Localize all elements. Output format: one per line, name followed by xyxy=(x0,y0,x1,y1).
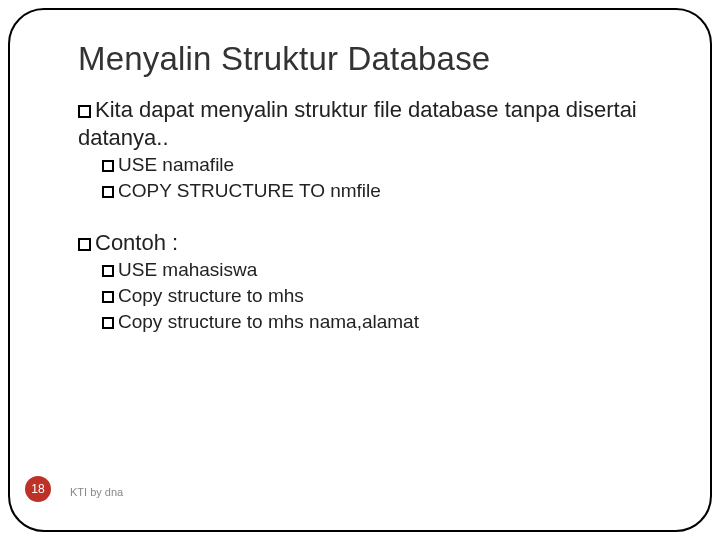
bullet-text: Contoh : xyxy=(95,230,178,255)
square-bullet-icon xyxy=(102,160,114,172)
square-bullet-icon xyxy=(102,291,114,303)
bullet-text: Copy structure to mhs nama,alamat xyxy=(118,311,419,332)
bullet-text: Kita dapat menyalin struktur file databa… xyxy=(78,97,637,150)
bullet-text: USE namafile xyxy=(118,154,234,175)
page-number-badge: 18 xyxy=(25,476,51,502)
bullet-lvl2: USE namafile xyxy=(102,153,680,177)
square-bullet-icon xyxy=(102,186,114,198)
bullet-lvl2: USE mahasiswa xyxy=(102,258,680,282)
bullet-text: COPY STRUCTURE TO nmfile xyxy=(118,180,381,201)
bullet-lvl2: Copy structure to mhs nama,alamat xyxy=(102,310,680,334)
slide-title: Menyalin Struktur Database xyxy=(78,40,680,78)
footer-text: KTI by dna xyxy=(70,486,123,498)
slide-content: Menyalin Struktur Database Kita dapat me… xyxy=(78,40,680,335)
square-bullet-icon xyxy=(78,238,91,251)
bullet-lvl1: Contoh : xyxy=(78,229,680,257)
spacer xyxy=(78,205,680,225)
bullet-lvl2: COPY STRUCTURE TO nmfile xyxy=(102,179,680,203)
bullet-lvl2: Copy structure to mhs xyxy=(102,284,680,308)
slide: Menyalin Struktur Database Kita dapat me… xyxy=(0,0,720,540)
bullet-text: USE mahasiswa xyxy=(118,259,257,280)
bullet-lvl1: Kita dapat menyalin struktur file databa… xyxy=(78,96,680,151)
square-bullet-icon xyxy=(102,317,114,329)
square-bullet-icon xyxy=(102,265,114,277)
square-bullet-icon xyxy=(78,105,91,118)
bullet-text: Copy structure to mhs xyxy=(118,285,304,306)
